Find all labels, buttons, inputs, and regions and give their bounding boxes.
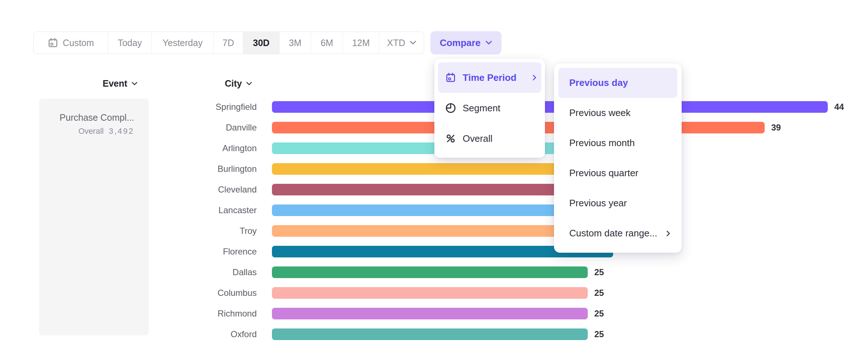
menu-item-label: Overall xyxy=(463,133,492,144)
chevron-down-icon xyxy=(485,41,492,45)
range-7d-button[interactable]: 7D xyxy=(214,32,243,54)
submenu-item-previous-week[interactable]: Previous week xyxy=(558,98,677,128)
analytics-report-page: Custom Today Yesterday 7D 30D 3M 6M 12M … xyxy=(0,0,868,364)
city-label: Oxford xyxy=(0,329,257,339)
city-label: Springfield xyxy=(0,102,257,112)
compare-button[interactable]: Compare xyxy=(430,31,501,54)
city-label: Dallas xyxy=(0,267,257,277)
range-custom-button[interactable]: Custom xyxy=(34,32,108,54)
bar-chart: Springfield 44 Danville 39 Arlington Bur… xyxy=(0,96,844,344)
city-label: Burlington xyxy=(0,164,257,174)
range-label: XTD xyxy=(387,38,405,48)
calendar-icon xyxy=(445,72,456,83)
range-label: 12M xyxy=(352,38,370,48)
menu-item-label: Segment xyxy=(463,103,500,114)
menu-item-segment[interactable]: Segment xyxy=(438,93,541,123)
chart-row: Springfield 44 xyxy=(0,96,844,117)
calendar-icon xyxy=(47,37,58,48)
range-12m-button[interactable]: 12M xyxy=(343,32,379,54)
city-label: Richmond xyxy=(0,309,257,319)
bar-value: 39 xyxy=(771,123,781,133)
bar-value: 25 xyxy=(594,267,604,277)
bar-value: 44 xyxy=(834,102,844,112)
city-label: Florence xyxy=(0,247,257,257)
range-6m-button[interactable]: 6M xyxy=(311,32,343,54)
city-label: Troy xyxy=(0,226,257,236)
range-label: 7D xyxy=(223,38,234,48)
city-label: Arlington xyxy=(0,143,257,153)
bar-dallas[interactable] xyxy=(272,266,588,278)
compare-dropdown-menu: Time Period Segment Overall xyxy=(434,59,545,158)
submenu-item-label: Previous quarter xyxy=(569,167,638,179)
city-column-header[interactable]: City xyxy=(225,78,252,89)
submenu-item-previous-quarter[interactable]: Previous quarter xyxy=(558,158,677,188)
submenu-item-label: Custom date range... xyxy=(569,228,657,239)
time-period-submenu: Previous day Previous week Previous mont… xyxy=(554,63,682,253)
range-label: Yesterday xyxy=(162,38,202,48)
bar-richmond[interactable] xyxy=(272,308,588,319)
city-label: Lancaster xyxy=(0,205,257,215)
submenu-item-previous-day[interactable]: Previous day xyxy=(558,68,677,98)
chart-row: Cleveland xyxy=(0,179,844,200)
chart-row: Arlington xyxy=(0,138,844,158)
submenu-item-previous-year[interactable]: Previous year xyxy=(558,188,677,218)
chart-row: Danville 39 xyxy=(0,117,844,138)
menu-item-overall[interactable]: Overall xyxy=(438,123,541,154)
chart-row: Dallas 25 xyxy=(0,262,844,282)
bar-value: 25 xyxy=(594,329,604,339)
event-header-label: Event xyxy=(103,78,127,89)
submenu-item-previous-month[interactable]: Previous month xyxy=(558,128,677,158)
range-label: 6M xyxy=(321,38,333,48)
chevron-down-icon xyxy=(246,82,252,86)
bar-columbus[interactable] xyxy=(272,287,588,299)
chevron-down-icon xyxy=(410,41,416,45)
bar-value: 25 xyxy=(594,309,604,319)
range-today-button[interactable]: Today xyxy=(108,32,152,54)
segment-icon xyxy=(445,103,456,113)
city-label: Cleveland xyxy=(0,185,257,195)
submenu-item-label: Previous week xyxy=(569,107,631,119)
range-xtd-button[interactable]: XTD xyxy=(379,32,424,54)
city-label: Danville xyxy=(0,123,257,133)
compare-label: Compare xyxy=(440,37,481,49)
range-yesterday-button[interactable]: Yesterday xyxy=(152,32,214,54)
bar-value: 25 xyxy=(594,288,604,298)
bar-springfield[interactable] xyxy=(272,101,828,113)
city-header-label: City xyxy=(225,78,242,89)
range-30d-button[interactable]: 30D xyxy=(243,32,280,54)
city-label: Columbus xyxy=(0,288,257,298)
submenu-item-custom-date-range[interactable]: Custom date range... xyxy=(558,218,677,248)
range-label: Today xyxy=(118,38,142,48)
submenu-item-label: Previous year xyxy=(569,198,627,209)
chevron-down-icon xyxy=(132,82,137,86)
range-label: 3M xyxy=(289,38,302,48)
submenu-item-label: Previous day xyxy=(569,77,628,88)
date-range-toolbar: Custom Today Yesterday 7D 30D 3M 6M 12M … xyxy=(33,32,424,54)
menu-item-label: Time Period xyxy=(463,72,516,83)
range-3m-button[interactable]: 3M xyxy=(280,32,311,54)
chart-row: Columbus 25 xyxy=(0,282,844,303)
submenu-item-label: Previous month xyxy=(569,137,635,149)
chart-row: Burlington xyxy=(0,158,844,179)
chart-row: Richmond 25 xyxy=(0,303,844,324)
bar-oxford[interactable] xyxy=(272,328,588,340)
chevron-right-icon xyxy=(533,74,536,81)
chart-row: Oxford 25 xyxy=(0,324,844,344)
chevron-right-icon xyxy=(666,230,670,237)
chart-row: Lancaster xyxy=(0,200,844,220)
range-label: Custom xyxy=(63,38,94,48)
chart-row: Florence xyxy=(0,241,844,262)
percent-icon xyxy=(445,133,456,144)
menu-item-time-period[interactable]: Time Period xyxy=(438,62,541,93)
range-label: 30D xyxy=(253,38,270,48)
chart-row: Troy xyxy=(0,220,844,241)
event-column-header[interactable]: Event xyxy=(103,78,137,89)
